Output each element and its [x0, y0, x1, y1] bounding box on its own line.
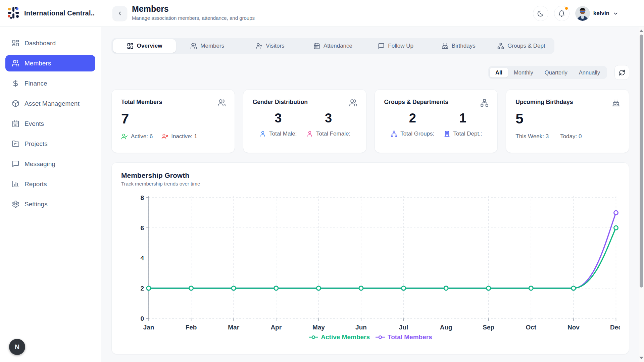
svg-text:4: 4 [140, 255, 144, 262]
stat-label: Total Groups: [400, 131, 434, 137]
sidebar-item-messaging[interactable]: Messaging [5, 156, 95, 172]
bar-chart-icon [12, 180, 19, 188]
folder-icon [12, 140, 19, 148]
sidebar-item-label: Dashboard [24, 40, 56, 47]
chart-title: Membership Growth [121, 171, 620, 179]
total-female-value: 3 [325, 112, 332, 124]
user-plus-icon [256, 43, 262, 49]
layout-grid-icon [127, 43, 134, 49]
scrollbar [639, 27, 644, 362]
message-square-icon [378, 43, 385, 49]
page-head: Members Manage association members, atte… [132, 4, 255, 21]
card-title: Total Members [121, 99, 162, 106]
tab-label: Birthdays [452, 43, 476, 49]
back-button[interactable] [112, 6, 127, 21]
svg-text:Nov: Nov [567, 324, 580, 331]
brand[interactable]: International Central... [0, 0, 101, 27]
sidebar-item-label: Members [24, 60, 51, 67]
svg-text:Jan: Jan [143, 324, 154, 331]
svg-text:8: 8 [140, 194, 144, 201]
calendar-icon [12, 120, 19, 127]
sidebar-item-settings[interactable]: Settings [5, 196, 95, 212]
sidebar-item-dashboard[interactable]: Dashboard [5, 35, 95, 51]
card-title: Groups & Departments [384, 99, 449, 106]
sidebar-item-label: Reports [24, 180, 47, 188]
card-gender-distribution: Gender Distribution 3 Total Male: 3 Tota… [243, 89, 366, 153]
user-name: kelvin [593, 10, 609, 17]
users-icon [12, 59, 19, 67]
tab-members[interactable]: Members [176, 39, 239, 53]
card-title: Upcoming Birthdays [515, 99, 573, 106]
tab-visitors[interactable]: Visitors [239, 39, 301, 53]
svg-text:Jun: Jun [355, 324, 367, 331]
filter-quarterly[interactable]: Quarterly [539, 68, 573, 77]
total-groups-value: 2 [409, 112, 416, 124]
tab-birthdays[interactable]: Birthdays [427, 39, 490, 53]
gear-icon [12, 200, 19, 208]
calendar-icon [313, 43, 320, 49]
refresh-button[interactable] [614, 65, 629, 80]
tabbar: Overview Members Visitors Attendance Fol… [111, 38, 554, 54]
scrollbar-up-arrow[interactable] [639, 30, 643, 32]
network-icon [480, 99, 489, 107]
stat-label: Total Dept.: [453, 131, 482, 137]
chevron-down-icon [613, 11, 618, 16]
legend-marker-icon [308, 335, 318, 339]
chart-legend: Active MembersTotal Members [121, 333, 620, 341]
total-male-value: 3 [275, 112, 282, 124]
app-window: International Central... Dashboard Membe… [0, 0, 644, 362]
network-icon [497, 43, 504, 49]
female-column: 3 Total Female: [306, 109, 350, 137]
chart-subtitle: Track membership trends over time [121, 181, 620, 187]
user-menu[interactable]: kelvin [575, 6, 618, 21]
membership-growth-chart-card: Membership Growth Track membership trend… [111, 162, 629, 354]
legend-item: Total Members [375, 333, 432, 341]
brand-name: International Central... [24, 9, 95, 17]
svg-text:6: 6 [140, 224, 144, 231]
legend-label: Total Members [388, 333, 432, 341]
avatar [575, 6, 590, 21]
scrollbar-thumb[interactable] [640, 35, 643, 288]
tab-overview[interactable]: Overview [113, 39, 176, 53]
top-actions: kelvin [533, 0, 618, 27]
notification-dot [564, 6, 568, 10]
page-title: Members [132, 4, 255, 14]
stat-cards: Total Members 7 Active: 6 Inactive: 1 Ge… [111, 89, 629, 153]
svg-text:May: May [312, 324, 325, 331]
chevron-left-icon [117, 10, 123, 16]
sidebar-item-reports[interactable]: Reports [5, 176, 95, 192]
scrollbar-down-arrow[interactable] [639, 357, 643, 359]
tab-follow-up[interactable]: Follow Up [364, 39, 427, 53]
stat-label: Total Male: [269, 131, 297, 137]
package-icon [12, 100, 19, 107]
filter-annually[interactable]: Annually [573, 68, 606, 77]
sidebar-nav: Dashboard Members Finance Asset Manageme… [0, 27, 101, 212]
notifications-button[interactable] [554, 6, 569, 21]
stat-this-week: This Week: 3 [515, 133, 549, 140]
stat-active: Active: 6 [121, 133, 153, 140]
tab-attendance[interactable]: Attendance [301, 39, 364, 53]
floating-n-button[interactable]: N [9, 339, 25, 355]
cake-icon [612, 99, 620, 107]
sidebar-item-label: Projects [24, 140, 48, 148]
tab-label: Attendance [324, 43, 352, 49]
users-icon [217, 99, 226, 107]
sidebar-item-members[interactable]: Members [5, 55, 95, 71]
theme-toggle-button[interactable] [533, 6, 548, 21]
stat-label: Active: 6 [131, 133, 153, 140]
legend-item: Active Members [308, 333, 370, 341]
filter-monthly[interactable]: Monthly [508, 68, 539, 77]
sidebar-item-projects[interactable]: Projects [5, 136, 95, 152]
filter-all[interactable]: All [490, 68, 508, 77]
sidebar-item-finance[interactable]: Finance [5, 75, 95, 92]
network-icon [391, 131, 397, 137]
tab-groups-dept[interactable]: Groups & Dept [490, 39, 553, 53]
user-icon [306, 131, 313, 137]
male-column: 3 Total Male: [259, 109, 297, 137]
stat-label: Total Female: [316, 131, 350, 137]
sidebar-item-events[interactable]: Events [5, 115, 95, 132]
stat-today: Today: 0 [560, 133, 582, 140]
tab-label: Overview [137, 43, 162, 49]
sidebar-item-label: Events [24, 120, 44, 127]
sidebar-item-asset-management[interactable]: Asset Management [5, 95, 95, 112]
